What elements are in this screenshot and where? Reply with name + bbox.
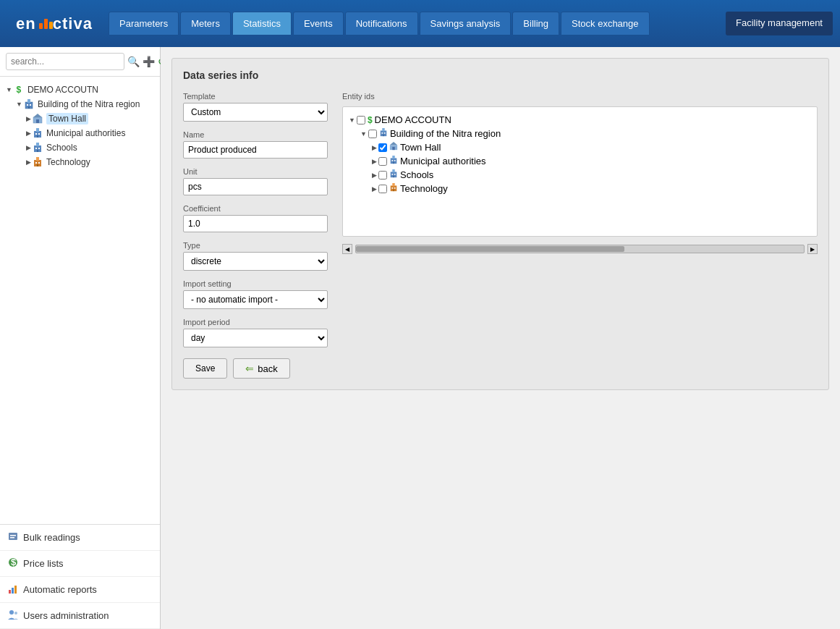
logo-bar-1 xyxy=(39,23,43,29)
price-lists-link[interactable]: $ Price lists xyxy=(0,551,160,577)
import-setting-group: Import setting - no automatic import - xyxy=(183,279,328,309)
entity-toggle-technology[interactable]: ▶ xyxy=(372,185,377,193)
building-icon xyxy=(23,98,35,110)
import-setting-label: Import setting xyxy=(183,279,328,288)
tree-schools[interactable]: ▶ Schools xyxy=(26,140,154,155)
entity-technology-label: Technology xyxy=(400,183,448,194)
users-admin-link[interactable]: Users administration xyxy=(0,603,160,629)
entity-schools[interactable]: ▶ Schools xyxy=(372,168,811,182)
price-lists-label: Price lists xyxy=(23,558,64,569)
bulk-readings-link[interactable]: Bulk readings xyxy=(0,525,160,551)
entity-building[interactable]: ▼ Building of the Nitra region xyxy=(360,127,811,140)
header: en ctiva Parameters Meters Statistics Ev… xyxy=(0,0,840,47)
dollar-icon: $ xyxy=(13,84,25,96)
panel-title: Data series info xyxy=(183,69,818,81)
entity-root[interactable]: ▼ $ DEMO ACCOUTN xyxy=(349,113,811,127)
entity-schools-checkbox[interactable] xyxy=(378,171,387,180)
svg-rect-11 xyxy=(38,133,40,135)
entity-toggle-municipal[interactable]: ▶ xyxy=(372,158,377,165)
import-setting-select[interactable]: - no automatic import - xyxy=(183,290,328,309)
tree-municipal[interactable]: ▶ Municipal authorities xyxy=(26,126,154,140)
toggle-townhall[interactable]: ▶ xyxy=(26,115,31,122)
import-period-label: Import period xyxy=(183,318,328,326)
entity-toggle-schools[interactable]: ▶ xyxy=(372,172,377,179)
toggle-root[interactable]: ▼ xyxy=(6,86,12,93)
entity-townhall[interactable]: ▶ Town Hall xyxy=(372,140,811,154)
back-label: back xyxy=(258,363,277,374)
svg-rect-19 xyxy=(36,157,39,161)
tree-technology[interactable]: ▶ Technology xyxy=(26,155,154,169)
tab-events[interactable]: Events xyxy=(293,12,344,35)
tree-children-building: ▶ Town Hall ▶ xyxy=(26,111,154,169)
entity-building-checkbox[interactable] xyxy=(368,130,377,138)
form-section: Template Custom Name Unit Coe xyxy=(183,92,328,379)
tab-stock[interactable]: Stock exchange xyxy=(561,12,650,35)
tree-townhall[interactable]: ▶ Town Hall xyxy=(26,111,154,126)
entity-municipal-checkbox[interactable] xyxy=(378,157,387,166)
logo-bars xyxy=(39,19,53,29)
toggle-building[interactable]: ▼ xyxy=(16,101,22,108)
svg-rect-12 xyxy=(37,135,38,138)
entity-schools-icon xyxy=(389,169,398,180)
price-lists-icon: $ xyxy=(7,557,19,570)
type-select[interactable]: discrete cumulative xyxy=(183,252,328,271)
svg-rect-30 xyxy=(14,586,17,594)
tree-root[interactable]: ▼ $ DEMO ACCOUTN xyxy=(6,83,154,97)
tab-billing[interactable]: Billing xyxy=(512,12,559,35)
entity-toggle-root[interactable]: ▼ xyxy=(349,117,355,124)
svg-rect-16 xyxy=(38,148,40,149)
entity-section: Entity ids ▼ $ DEMO ACCOUTN ▼ xyxy=(342,92,818,379)
tab-savings[interactable]: Savings analysis xyxy=(420,12,512,35)
entity-children-building: ▶ Town Hall ▶ xyxy=(372,140,811,195)
logo: en ctiva xyxy=(7,6,101,42)
tab-parameters[interactable]: Parameters xyxy=(109,12,179,35)
entity-technology-checkbox[interactable] xyxy=(378,185,387,193)
coefficient-input[interactable] xyxy=(183,215,328,232)
add-icon-btn[interactable]: ➕ xyxy=(143,56,155,67)
entity-townhall-label: Town Hall xyxy=(400,142,441,153)
entity-dollar-icon: $ xyxy=(368,115,373,125)
auto-reports-link[interactable]: Automatic reports xyxy=(0,577,160,603)
svg-rect-15 xyxy=(35,148,37,149)
svg-rect-40 xyxy=(392,147,394,150)
entity-root-checkbox[interactable] xyxy=(357,116,365,124)
tab-meters[interactable]: Meters xyxy=(180,12,231,35)
name-input[interactable] xyxy=(183,141,328,159)
users-admin-icon xyxy=(7,609,19,622)
svg-rect-4 xyxy=(28,106,30,109)
entity-toggle-building[interactable]: ▼ xyxy=(360,130,367,138)
technology-icon xyxy=(32,156,43,168)
svg-rect-14 xyxy=(36,143,39,146)
save-button[interactable]: Save xyxy=(183,358,227,379)
unit-input[interactable] xyxy=(183,178,328,195)
tree-building[interactable]: ▼ Building of the Nitra region xyxy=(16,97,154,111)
entity-municipal[interactable]: ▶ Municipal authorities xyxy=(372,154,811,168)
bottom-links: Bulk readings $ Price lists Automatic re… xyxy=(0,524,160,629)
scrollbar-area: ◀ ▶ xyxy=(342,244,818,254)
tree-root-label: DEMO ACCOUTN xyxy=(27,85,98,95)
import-period-select[interactable]: day week month xyxy=(183,329,328,347)
entity-technology-icon xyxy=(389,183,398,194)
entity-townhall-checkbox[interactable] xyxy=(378,143,387,152)
scroll-left-btn[interactable]: ◀ xyxy=(342,244,352,254)
toggle-municipal[interactable]: ▶ xyxy=(26,130,31,137)
back-button[interactable]: ⇐ back xyxy=(233,358,289,379)
tab-facility[interactable]: Facility management xyxy=(726,12,833,35)
entity-toggle-townhall[interactable]: ▶ xyxy=(372,144,377,151)
svg-rect-9 xyxy=(36,128,39,132)
tab-notifications[interactable]: Notifications xyxy=(345,12,418,35)
toggle-schools[interactable]: ▶ xyxy=(26,144,31,151)
svg-point-32 xyxy=(14,612,17,615)
scroll-track[interactable] xyxy=(355,245,805,253)
search-input[interactable] xyxy=(6,53,124,70)
sidebar: 🔍 ➕ ↺ ℹ ▼ $ DEMO ACCOUTN ▼ xyxy=(0,47,161,629)
tab-statistics[interactable]: Statistics xyxy=(232,12,292,35)
logo-bar-2 xyxy=(44,19,48,29)
toggle-technology[interactable]: ▶ xyxy=(26,159,31,166)
entity-technology[interactable]: ▶ Technology xyxy=(372,182,811,195)
scroll-right-btn[interactable]: ▶ xyxy=(807,244,818,254)
svg-rect-29 xyxy=(12,588,14,594)
template-select[interactable]: Custom xyxy=(183,103,328,122)
svg-rect-28 xyxy=(9,590,11,594)
search-button[interactable]: 🔍 xyxy=(127,56,140,67)
